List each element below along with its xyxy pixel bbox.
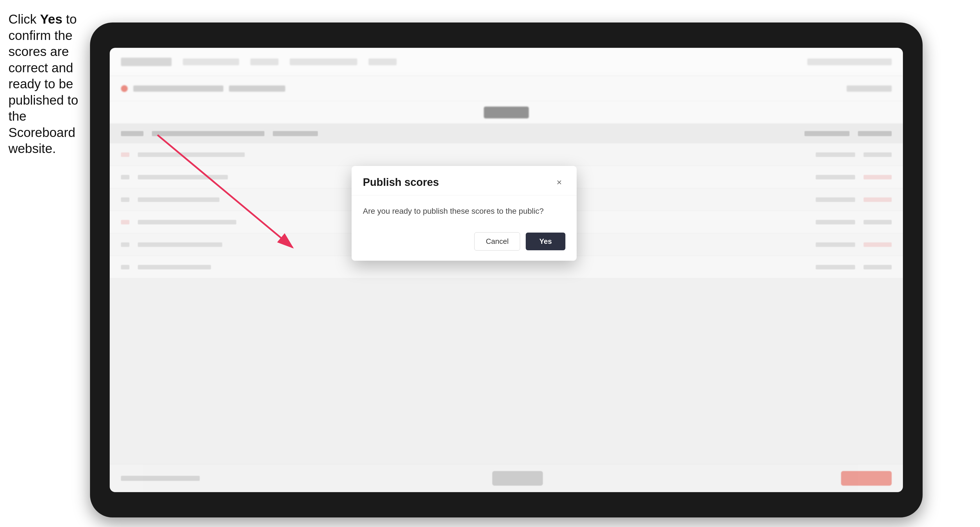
toolbar-publish-btn [484,106,529,118]
cell [816,152,855,157]
col-extra [858,131,892,136]
subheader-title [133,86,223,92]
cell [816,243,855,247]
table-row [110,143,903,166]
nav-item-right [807,59,892,65]
cell [138,243,222,247]
modal-title: Publish scores [363,176,439,189]
app-header [110,48,903,76]
instruction-part2: to confirm the scores are correct and re… [8,12,78,156]
cell [864,243,892,247]
app-subheader [110,76,903,101]
cell [138,197,220,202]
cell [138,175,228,179]
cell [816,197,855,202]
nav-item-3 [290,59,357,65]
cell [121,175,129,179]
modal-footer: Cancel Yes [352,227,577,261]
cell [138,152,245,157]
instruction-bold: Yes [40,12,62,27]
cell [864,175,892,179]
footer-publish-btn [841,471,892,486]
cell [138,265,211,270]
subheader-subtitle [229,86,285,92]
nav-item-2 [250,59,278,65]
nav-item-4 [369,59,397,65]
tablet-device: Publish scores × Are you ready to publis… [90,22,923,517]
yes-button[interactable]: Yes [526,233,565,250]
modal-body: Are you ready to publish these scores to… [352,195,577,227]
modal-header: Publish scores × [352,166,577,195]
cell [864,265,892,270]
cell [121,152,129,157]
instruction-text: Click Yes to confirm the scores are corr… [8,11,87,157]
subheader-right-text [847,86,892,92]
cell [121,197,129,202]
footer-save-btn [492,471,543,486]
cell [816,175,855,179]
col-pos [121,131,143,136]
cell [121,220,129,224]
modal-close-button[interactable]: × [553,176,565,189]
app-toolbar [110,101,903,124]
publish-scores-modal: Publish scores × Are you ready to publis… [352,166,577,261]
col-total [805,131,850,136]
col-name [152,131,264,136]
subheader-badge [121,85,128,92]
instruction-part1: Click [8,12,40,27]
footer-text [121,476,200,481]
cell [121,243,129,247]
cancel-button[interactable]: Cancel [474,232,520,251]
cell [864,197,892,202]
cell [816,220,855,224]
table-header [110,124,903,143]
cell [121,265,129,270]
cell [138,220,236,224]
cell [864,152,892,157]
tablet-screen: Publish scores × Are you ready to publis… [110,48,903,492]
cell [816,265,855,270]
app-logo [121,58,172,66]
modal-message: Are you ready to publish these scores to… [363,206,565,216]
col-score [273,131,318,136]
cell [864,220,892,224]
nav-item-1 [183,59,239,65]
app-footer [110,464,903,492]
